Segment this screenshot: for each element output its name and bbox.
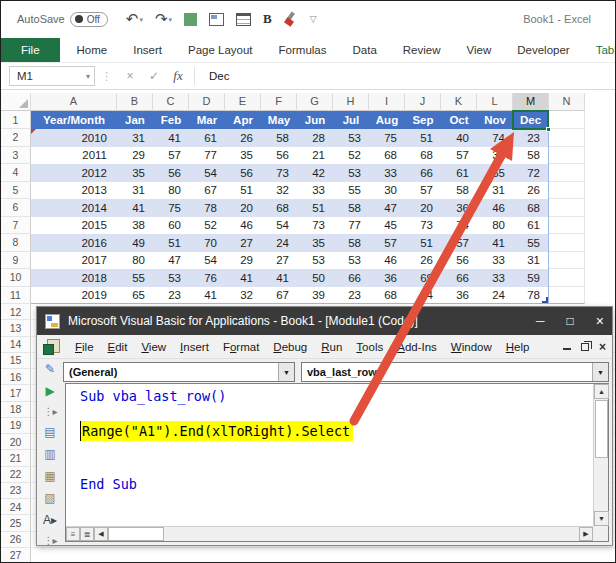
value-cell[interactable]: 80 xyxy=(477,217,513,235)
value-cell[interactable]: 58 xyxy=(441,182,477,200)
code-line[interactable]: Sub vba_last_row() xyxy=(80,388,593,406)
value-cell[interactable]: 55 xyxy=(477,164,513,182)
view-excel-icon[interactable] xyxy=(43,339,60,355)
vertical-scrollbar[interactable]: ▲ ▼ xyxy=(593,384,608,526)
value-cell[interactable]: 54 xyxy=(261,217,297,235)
value-cell[interactable]: 68 xyxy=(369,287,405,305)
value-cell[interactable]: 57 xyxy=(369,234,405,252)
tab-home[interactable]: Home xyxy=(64,39,121,61)
header-cell-jun[interactable]: Jun xyxy=(297,111,333,129)
value-cell[interactable]: 73 xyxy=(297,217,333,235)
row-number[interactable]: 3 xyxy=(1,147,31,165)
row-number[interactable]: 25 xyxy=(1,515,31,531)
column-header-c[interactable]: C xyxy=(153,93,189,111)
value-cell[interactable]: 58 xyxy=(513,147,549,165)
cell-empty[interactable] xyxy=(549,252,585,270)
row-number[interactable]: 1 xyxy=(1,111,31,129)
value-cell[interactable]: 41 xyxy=(189,287,225,305)
tab-page-layout[interactable]: Page Layout xyxy=(175,39,266,61)
menu-add-ins[interactable]: Add-Ins xyxy=(390,338,444,356)
value-cell[interactable]: 27 xyxy=(225,234,261,252)
value-cell[interactable]: 23 xyxy=(153,287,189,305)
value-cell[interactable]: 28 xyxy=(297,129,333,147)
value-cell[interactable]: 57 xyxy=(441,147,477,165)
value-cell[interactable]: 42 xyxy=(297,164,333,182)
chevron-down-icon[interactable]: ▾ xyxy=(169,16,173,24)
value-cell[interactable]: 33 xyxy=(297,182,333,200)
header-cell-jan[interactable]: Jan xyxy=(117,111,153,129)
redo-button[interactable]: ↷▾ xyxy=(155,10,172,28)
value-cell[interactable]: 41 xyxy=(225,269,261,287)
value-cell[interactable]: 31 xyxy=(117,129,153,147)
autosave-toggle[interactable]: AutoSave Off xyxy=(17,12,108,27)
tab-formulas[interactable]: Formulas xyxy=(266,39,340,61)
value-cell[interactable]: 68 xyxy=(405,147,441,165)
row-number[interactable]: 11 xyxy=(1,287,31,305)
menu-help[interactable]: Help xyxy=(499,338,537,356)
value-cell[interactable]: 41 xyxy=(117,199,153,217)
value-cell[interactable]: 54 xyxy=(189,252,225,270)
menu-view[interactable]: View xyxy=(134,338,173,356)
scroll-down-button[interactable]: ▼ xyxy=(594,511,609,526)
toolbox-icon[interactable]: ▧ xyxy=(40,490,60,506)
header-cell-sep[interactable]: Sep xyxy=(405,111,441,129)
header-cell-may[interactable]: May xyxy=(261,111,297,129)
value-cell[interactable]: 61 xyxy=(441,164,477,182)
value-cell[interactable]: 54 xyxy=(189,164,225,182)
value-cell[interactable]: 58 xyxy=(333,234,369,252)
value-cell[interactable]: 56 xyxy=(261,147,297,165)
value-cell[interactable]: 50 xyxy=(297,269,333,287)
column-header-j[interactable]: J xyxy=(405,93,441,111)
code-line[interactable] xyxy=(80,441,593,459)
menu-run[interactable]: Run xyxy=(314,338,349,356)
row-number[interactable]: 5 xyxy=(1,182,31,200)
procedure-dropdown[interactable]: vba_last_row ▼ xyxy=(301,362,609,382)
tab-review[interactable]: Review xyxy=(390,39,454,61)
column-header-i[interactable]: I xyxy=(369,93,405,111)
object-browser-icon[interactable]: ▦ xyxy=(40,468,60,484)
row-number[interactable]: 24 xyxy=(1,499,31,515)
value-cell[interactable]: 20 xyxy=(405,199,441,217)
row-number[interactable]: 15 xyxy=(1,353,31,369)
menu-window[interactable]: Window xyxy=(444,338,499,356)
formula-bar-input[interactable]: Dec xyxy=(209,70,229,82)
row-number[interactable]: 9 xyxy=(1,252,31,270)
value-cell[interactable]: 26 xyxy=(225,129,261,147)
value-cell[interactable]: 65 xyxy=(117,287,153,305)
cell-empty[interactable] xyxy=(549,147,585,165)
column-header-f[interactable]: F xyxy=(261,93,297,111)
value-cell[interactable]: 41 xyxy=(153,129,189,147)
value-cell[interactable]: 73 xyxy=(261,164,297,182)
header-cell-aug[interactable]: Aug xyxy=(369,111,405,129)
value-cell[interactable]: 36 xyxy=(441,199,477,217)
value-cell[interactable]: 31 xyxy=(117,182,153,200)
scroll-up-button[interactable]: ▲ xyxy=(594,384,609,399)
menu-insert[interactable]: Insert xyxy=(173,338,216,356)
column-header-g[interactable]: G xyxy=(297,93,333,111)
row-number[interactable]: 26 xyxy=(1,532,31,548)
value-cell[interactable]: 70 xyxy=(189,234,225,252)
row-number[interactable]: 7 xyxy=(1,217,31,235)
code-line[interactable]: End Sub xyxy=(80,476,593,494)
chevron-down-icon[interactable]: ▾ xyxy=(139,16,143,24)
value-cell[interactable]: 45 xyxy=(369,217,405,235)
child-close-button[interactable]: × xyxy=(599,340,606,354)
chevron-down-icon[interactable]: ▾ xyxy=(86,72,90,81)
value-cell[interactable]: 35 xyxy=(225,147,261,165)
value-cell[interactable]: 52 xyxy=(189,217,225,235)
menu-file[interactable]: File xyxy=(68,338,101,356)
header-cell-mar[interactable]: Mar xyxy=(189,111,225,129)
column-header-d[interactable]: D xyxy=(189,93,225,111)
vba-titlebar[interactable]: Microsoft Visual Basic for Applications … xyxy=(37,307,612,335)
cell-empty[interactable] xyxy=(549,234,585,252)
value-cell[interactable]: 27 xyxy=(261,252,297,270)
properties-window-icon[interactable]: ▥ xyxy=(40,446,60,462)
value-cell[interactable]: 31 xyxy=(477,182,513,200)
value-cell[interactable]: 51 xyxy=(297,199,333,217)
value-cell[interactable]: 36 xyxy=(441,287,477,305)
enter-button[interactable]: ✓ xyxy=(142,69,166,83)
value-cell[interactable]: 38 xyxy=(117,217,153,235)
fill-handle[interactable] xyxy=(546,127,551,132)
cell-empty[interactable] xyxy=(549,164,585,182)
value-cell[interactable]: 57 xyxy=(153,147,189,165)
